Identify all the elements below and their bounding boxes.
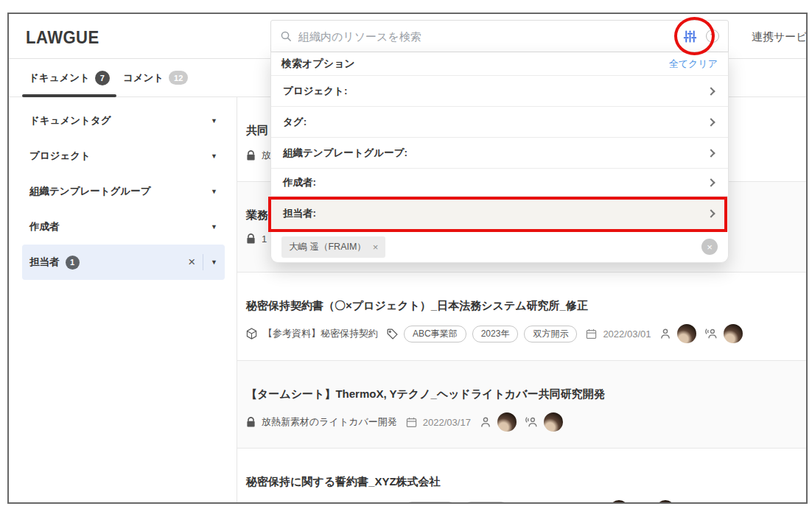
lock-icon	[246, 233, 256, 245]
document-row[interactable]: 【タームシート】ThermoX, Yテクノ_ヘッドライトカバー共同研究開発 放熱…	[237, 361, 806, 449]
sidebar-item-label: ドキュメントタグ	[29, 114, 111, 127]
collaborator-avatar[interactable]	[656, 500, 675, 502]
template-group-icon	[246, 328, 257, 340]
sidebar-item-project[interactable]: プロジェクト ▼	[22, 138, 225, 174]
document-date: 2022/03/01	[603, 328, 651, 340]
collaborator-avatar[interactable]	[544, 412, 563, 432]
tag-pill[interactable]: ABC事業部	[404, 326, 466, 342]
tab-comments-count-badge: 12	[169, 71, 188, 85]
search-options-title: 検索オプション	[281, 57, 355, 71]
chevron-right-icon	[707, 149, 715, 157]
option-row-assignee[interactable]: 担当者:	[271, 196, 728, 231]
caret-down-icon[interactable]: ▼	[211, 223, 217, 231]
document-row[interactable]: 秘密保持契約書（〇×プロジェクト）_日本法務システム研究所_修正 【参考資料】秘…	[237, 273, 806, 361]
tag-pill[interactable]: 2023年	[472, 326, 519, 342]
tag-pill[interactable]: 2023年	[463, 502, 509, 503]
document-title: 【タームシート】ThermoX, Yテクノ_ヘッドライトカバー共同研究開発	[246, 387, 793, 401]
document-meta: 【参考資料】秘密保持契約 当社受領 2023年 2022/03/01	[246, 500, 793, 502]
tab-documents-count-badge: 7	[95, 71, 110, 85]
assignee-avatar[interactable]	[609, 500, 629, 502]
option-label: 担当者:	[283, 207, 316, 220]
nav-link-integrations[interactable]: 連携サービス	[752, 30, 808, 44]
sidebar-item-label: 担当者	[29, 256, 60, 269]
search-icon	[280, 30, 292, 42]
tab-documents[interactable]: ドキュメント 7	[22, 59, 116, 96]
document-row[interactable]: 秘密保持に関する誓約書_XYZ株式会社 【参考資料】秘密保持契約 当社受領 20…	[237, 449, 806, 502]
tag-icon	[387, 328, 398, 340]
sidebar-item-label: プロジェクト	[29, 150, 91, 163]
clear-assignee-filter-icon[interactable]: ×	[701, 239, 718, 255]
app-window: LAWGUE ? 連携サービス ドキュメント 7 コメント 12	[7, 13, 808, 504]
search-filter-sliders-icon[interactable]	[683, 29, 697, 43]
document-title: 秘密保持契約書（〇×プロジェクト）_日本法務システム研究所_修正	[246, 299, 793, 313]
calendar-icon	[406, 417, 417, 428]
option-label: タグ:	[283, 116, 307, 129]
assignee-filter-count-badge: 1	[66, 256, 80, 270]
search-input[interactable]	[298, 30, 683, 43]
assignee-avatar[interactable]	[497, 412, 517, 432]
project-name: 放熱新素材のライトカバー開発	[262, 415, 397, 429]
tag-pill[interactable]: 双方開示	[524, 326, 577, 342]
chevron-right-icon	[707, 87, 715, 95]
collaborators-group-icon	[525, 416, 538, 428]
document-date: 2022/03/17	[423, 417, 471, 428]
document-meta: 放熱新素材のライトカバー開発 2022/03/17	[246, 412, 793, 432]
tag-pill[interactable]: 当社受領	[404, 502, 457, 503]
assignee-filter-chip[interactable]: 大嶋 遥（FRAIM） ×	[281, 236, 385, 258]
chevron-right-icon	[707, 209, 715, 217]
tab-comments-label: コメント	[123, 71, 164, 85]
filter-sidebar: ドキュメントタグ ▼ プロジェクト ▼ 組織テンプレートグループ ▼ 作成者 ▼…	[9, 97, 237, 502]
caret-down-icon[interactable]: ▼	[211, 152, 217, 160]
project-name: 1	[262, 233, 267, 245]
search-bar[interactable]: ?	[270, 20, 729, 52]
option-label: 作成者:	[283, 176, 316, 189]
assignee-chip-label: 大嶋 遥（FRAIM）	[289, 241, 366, 253]
document-title: 秘密保持に関する誓約書_XYZ株式会社	[246, 475, 793, 489]
sidebar-item-template-group[interactable]: 組織テンプレートグループ ▼	[22, 174, 225, 209]
sidebar-item-creator[interactable]: 作成者 ▼	[22, 209, 225, 245]
collaborator-avatar[interactable]	[724, 324, 743, 343]
collaborators-group-icon	[705, 328, 718, 340]
chevron-right-icon	[707, 118, 715, 126]
clear-filter-icon[interactable]: ×	[183, 255, 200, 270]
chip-remove-icon[interactable]: ×	[373, 242, 379, 253]
sidebar-item-label: 作成者	[29, 220, 60, 233]
template-group-name: 【参考資料】秘密保持契約	[263, 327, 378, 340]
selected-filters-area: 大嶋 遥（FRAIM） × ×	[271, 231, 728, 262]
calendar-icon	[586, 328, 597, 340]
option-label: 組織テンプレートグループ:	[283, 147, 407, 160]
assignee-person-icon	[480, 416, 491, 428]
option-row-tag[interactable]: タグ:	[271, 106, 728, 137]
sidebar-item-assignee[interactable]: 担当者 1 × ▼	[22, 245, 225, 280]
divider	[203, 254, 203, 270]
sidebar-item-label: 組織テンプレートグループ	[29, 185, 151, 198]
tab-comments[interactable]: コメント 12	[116, 59, 195, 96]
clear-all-link[interactable]: 全てクリア	[669, 57, 718, 71]
chevron-right-icon	[707, 178, 715, 186]
app-logo: LAWGUE	[26, 27, 99, 48]
help-icon[interactable]: ?	[706, 29, 719, 43]
option-row-template-group[interactable]: 組織テンプレートグループ:	[271, 137, 728, 168]
search-options-header: 検索オプション 全てクリア	[271, 52, 728, 75]
caret-down-icon[interactable]: ▼	[211, 188, 217, 195]
option-row-creator[interactable]: 作成者:	[271, 168, 728, 196]
lock-icon	[246, 417, 256, 428]
tab-documents-label: ドキュメント	[29, 71, 90, 85]
assignee-person-icon	[659, 328, 671, 340]
caret-down-icon[interactable]: ▼	[211, 117, 217, 124]
search-options-dropdown: 検索オプション 全てクリア プロジェクト: タグ: 組織テンプレートグループ: …	[270, 52, 729, 263]
option-label: プロジェクト:	[283, 85, 347, 98]
document-meta: 【参考資料】秘密保持契約 ABC事業部 2023年 双方開示 2022/03/0…	[246, 324, 793, 343]
lock-icon	[246, 150, 256, 161]
sidebar-item-document-tags[interactable]: ドキュメントタグ ▼	[22, 103, 225, 138]
option-row-project[interactable]: プロジェクト:	[271, 75, 728, 106]
caret-down-icon[interactable]: ▼	[211, 259, 217, 266]
screenshot-stage: LAWGUE ? 連携サービス ドキュメント 7 コメント 12	[0, 0, 812, 506]
assignee-avatar[interactable]	[677, 324, 696, 343]
